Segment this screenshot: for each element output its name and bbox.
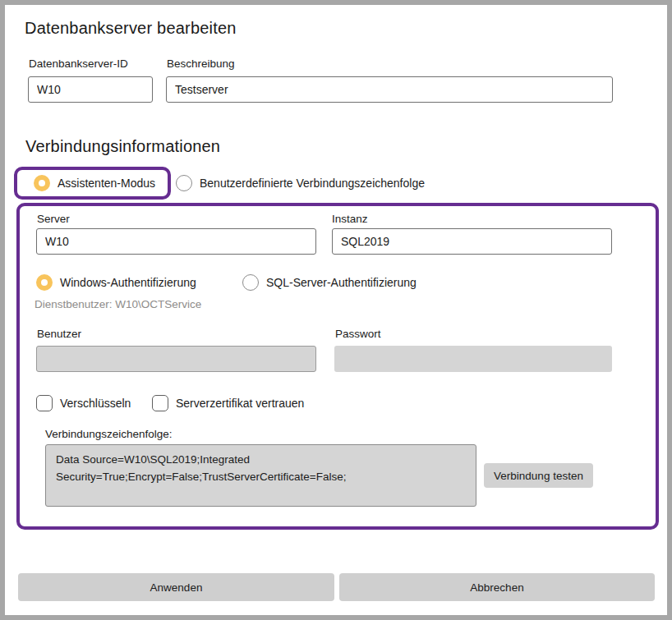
service-user-note: Dienstbenutzer: W10\OCTService [35, 298, 201, 310]
wizard-panel: Server Instanz Windows-Authentifizierung… [16, 203, 659, 530]
server-input[interactable] [36, 228, 316, 255]
encrypt-checkbox-row[interactable]: Verschlüsseln [36, 394, 131, 412]
custom-connection-string-label: Benutzerdefinierte Verbindungszeichenfol… [200, 177, 425, 190]
edit-database-server-dialog: Datenbankserver bearbeiten Datenbankserv… [0, 0, 672, 620]
db-id-input[interactable] [28, 76, 153, 103]
sql-auth-option[interactable]: SQL-Server-Authentifizierung [242, 273, 417, 292]
connection-string-label: Verbindungszeichenfolge: [45, 428, 173, 440]
encrypt-checkbox[interactable] [36, 395, 53, 411]
password-input [334, 346, 612, 372]
custom-connection-string-option[interactable]: Benutzerdefinierte Verbindungszeichenfol… [176, 167, 425, 200]
user-input [36, 346, 316, 372]
page-title: Datenbankserver bearbeiten [25, 19, 237, 38]
user-label: Benutzer [37, 328, 81, 340]
wizard-mode-highlight[interactable]: Assistenten-Modus [14, 167, 171, 200]
test-connection-button[interactable]: Verbindung testen [484, 463, 593, 488]
wizard-mode-radio[interactable] [34, 175, 50, 191]
encrypt-checkbox-label: Verschlüsseln [60, 397, 131, 410]
description-label: Beschreibung [167, 57, 235, 70]
trust-certificate-checkbox-row[interactable]: Serverzertifikat vertrauen [152, 394, 304, 412]
trust-certificate-checkbox-label: Serverzertifikat vertrauen [176, 397, 304, 410]
sql-auth-radio[interactable] [242, 274, 259, 291]
password-label: Passwort [335, 328, 381, 340]
windows-auth-radio[interactable] [36, 274, 53, 291]
server-label: Server [37, 213, 70, 225]
sql-auth-label: SQL-Server-Authentifizierung [266, 276, 417, 289]
description-input[interactable] [166, 76, 613, 103]
connection-string-box: Data Source=W10\SQL2019;Integrated Secur… [45, 444, 476, 507]
trust-certificate-checkbox[interactable] [152, 395, 168, 411]
instance-input[interactable] [332, 228, 612, 255]
cancel-button[interactable]: Abbrechen [339, 573, 655, 601]
section-title-connection-info: Verbindungsinformationen [25, 137, 220, 156]
instance-label: Instanz [332, 213, 368, 225]
apply-button[interactable]: Anwenden [18, 573, 334, 601]
db-id-label: Datenbankserver-ID [29, 57, 128, 70]
windows-auth-option[interactable]: Windows-Authentifizierung [36, 273, 196, 292]
custom-connection-string-radio[interactable] [176, 175, 192, 191]
windows-auth-label: Windows-Authentifizierung [60, 276, 196, 289]
wizard-mode-label: Assistenten-Modus [58, 177, 155, 190]
